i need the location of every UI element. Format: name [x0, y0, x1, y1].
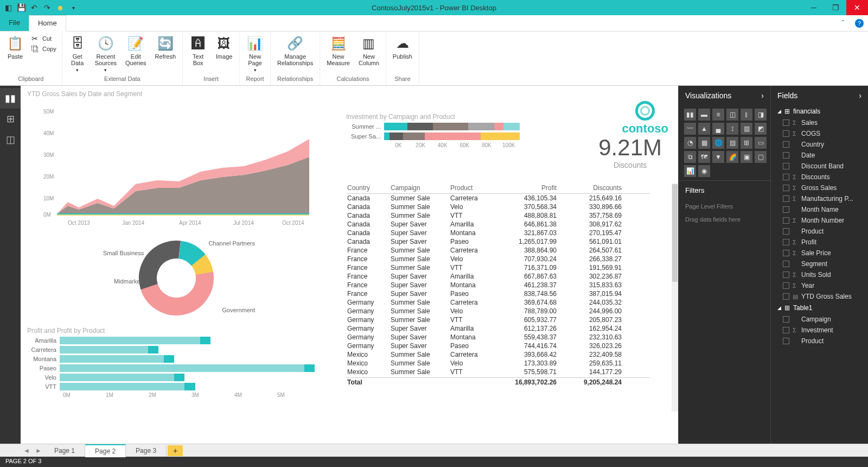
checkbox[interactable]	[783, 272, 789, 278]
publish-button[interactable]: ☁Publish	[390, 34, 416, 61]
viz-type-icon[interactable]: ⫿	[741, 109, 752, 121]
filters-dropzone[interactable]: Drag data fields here	[679, 213, 770, 226]
checkbox[interactable]	[783, 152, 789, 159]
field-item[interactable]: ΣManufacturing P...	[771, 193, 868, 204]
qat-dropdown-icon[interactable]: ▾	[67, 2, 79, 14]
viz-type-icon[interactable]: ◫	[726, 109, 738, 121]
page-tab-2[interactable]: Page 2	[85, 444, 126, 457]
checkbox[interactable]	[783, 185, 789, 191]
redo-icon[interactable]: ↷	[41, 2, 53, 14]
checkbox[interactable]	[783, 282, 789, 289]
checkbox[interactable]	[783, 250, 789, 256]
checkbox[interactable]	[783, 141, 789, 148]
field-item[interactable]: ΣSales	[771, 117, 868, 128]
copy-button[interactable]: ⿻Copy	[29, 44, 59, 54]
field-table[interactable]: ◢⊞ Table1	[771, 302, 868, 314]
viz-type-icon[interactable]: ▥	[741, 123, 752, 135]
checkbox[interactable]	[783, 119, 789, 126]
page-tab-1[interactable]: Page 1	[44, 445, 85, 457]
viz-type-icon[interactable]: ◔	[684, 137, 696, 149]
area-chart[interactable]: YTD Gross Sales by Date and Segment 50M4…	[27, 90, 320, 226]
table-scrollbar[interactable]	[672, 184, 678, 412]
kpi-card[interactable]: 9.21M Discounts	[598, 135, 662, 169]
field-item[interactable]: Discount Band	[771, 161, 868, 172]
page-next-button[interactable]: ►	[33, 447, 44, 455]
add-page-button[interactable]: +	[168, 445, 183, 456]
field-item[interactable]: Date	[771, 150, 868, 161]
bar-chart[interactable]: Profit and Profit by Product AmarillaCar…	[27, 327, 320, 398]
field-item[interactable]: Segment	[771, 258, 868, 269]
checkbox[interactable]	[783, 338, 789, 344]
field-item[interactable]: Month Name	[771, 204, 868, 215]
maximize-button[interactable]: ❐	[825, 0, 846, 15]
checkbox[interactable]	[783, 206, 789, 213]
undo-icon[interactable]: ↶	[28, 2, 40, 14]
field-item[interactable]: ΣSale Price	[771, 248, 868, 258]
cut-button[interactable]: ✂Cut	[29, 34, 59, 43]
field-item[interactable]: Product	[771, 336, 868, 346]
close-button[interactable]: ✕	[846, 0, 868, 15]
viz-type-icon[interactable]: ▭	[755, 137, 767, 149]
checkbox[interactable]	[783, 293, 789, 300]
field-item[interactable]: ΣCOGS	[771, 128, 868, 139]
viz-type-icon[interactable]: ▬	[698, 109, 710, 121]
donut-chart[interactable]: Channel Partners Small Business Midmarke…	[27, 235, 320, 321]
help-icon[interactable]: ?	[855, 19, 864, 28]
smiley-icon[interactable]: ☻	[54, 2, 66, 14]
paste-button[interactable]: 📋Paste	[3, 34, 27, 61]
data-table[interactable]: CountryCampaignProductProfitDiscounts Ca…	[346, 184, 650, 387]
viz-type-icon[interactable]: ▣	[741, 151, 752, 163]
model-view-button[interactable]: ◫	[0, 129, 21, 150]
field-table[interactable]: ◢⊞ financials	[771, 105, 868, 117]
checkbox[interactable]	[783, 195, 789, 202]
data-view-button[interactable]: ⊞	[0, 109, 21, 129]
field-item[interactable]: Country	[771, 139, 868, 150]
viz-type-icon[interactable]: ≡	[712, 109, 724, 121]
checkbox[interactable]	[783, 239, 789, 245]
new-measure-button[interactable]: 🧮New Measure	[323, 34, 353, 67]
stacked-bar-chart[interactable]: Investment by Campaign and Product Summe…	[346, 113, 520, 148]
viz-type-icon[interactable]: ▮▮	[684, 109, 696, 121]
get-data-button[interactable]: 🗄Get Data▾	[66, 34, 90, 74]
field-item[interactable]: ΣMonth Number	[771, 215, 868, 226]
viz-type-icon[interactable]: 📊	[684, 165, 696, 177]
viz-type-icon[interactable]: ◉	[698, 165, 710, 177]
checkbox[interactable]	[783, 228, 789, 235]
checkbox[interactable]	[783, 130, 789, 137]
collapse-ribbon-icon[interactable]: ˆ	[835, 16, 851, 31]
tab-home[interactable]: Home	[29, 15, 66, 31]
viz-type-icon[interactable]: ▤	[726, 137, 738, 149]
field-item[interactable]: ▤YTD Gross Sales	[771, 291, 868, 302]
new-page-button[interactable]: 📊New Page▾	[243, 34, 267, 74]
page-tab-3[interactable]: Page 3	[126, 445, 167, 457]
checkbox[interactable]	[783, 217, 789, 224]
field-item[interactable]: ΣInvestment	[771, 325, 868, 336]
viz-type-icon[interactable]: ▄	[712, 123, 724, 135]
manage-relationships-button[interactable]: 🔗Manage Relationships	[274, 34, 316, 67]
save-icon[interactable]: 💾	[15, 2, 27, 14]
refresh-button[interactable]: 🔄Refresh	[152, 34, 180, 61]
field-item[interactable]: ΣProfit	[771, 237, 868, 248]
viz-type-icon[interactable]: ◨	[755, 109, 767, 121]
textbox-button[interactable]: 🅰Text Box	[186, 34, 210, 67]
checkbox[interactable]	[783, 174, 789, 180]
report-canvas[interactable]: contoso 9.21M Discounts YTD Gross Sales …	[21, 86, 678, 444]
report-view-button[interactable]: ▮▮	[0, 88, 21, 109]
viz-type-icon[interactable]: ▲	[698, 123, 710, 135]
viz-type-icon[interactable]: ⊞	[741, 137, 752, 149]
tab-file[interactable]: File	[0, 15, 29, 31]
viz-type-icon[interactable]: ▼	[712, 151, 724, 163]
checkbox[interactable]	[783, 163, 789, 169]
filters-header[interactable]: Filters	[679, 180, 770, 200]
fields-header[interactable]: Fields›	[771, 86, 868, 105]
viz-type-icon[interactable]: 〰	[684, 123, 696, 135]
field-item[interactable]: ΣUnits Sold	[771, 269, 868, 280]
viz-type-icon[interactable]: ⧉	[684, 151, 696, 163]
checkbox[interactable]	[783, 261, 789, 267]
image-button[interactable]: 🖼Image	[212, 34, 236, 61]
field-item[interactable]: ΣYear	[771, 280, 868, 291]
viz-type-icon[interactable]: 🌐	[712, 137, 724, 149]
page-prev-button[interactable]: ◄	[21, 447, 33, 455]
viz-type-icon[interactable]: ◩	[755, 123, 767, 135]
viz-type-icon[interactable]: ▢	[755, 151, 767, 163]
